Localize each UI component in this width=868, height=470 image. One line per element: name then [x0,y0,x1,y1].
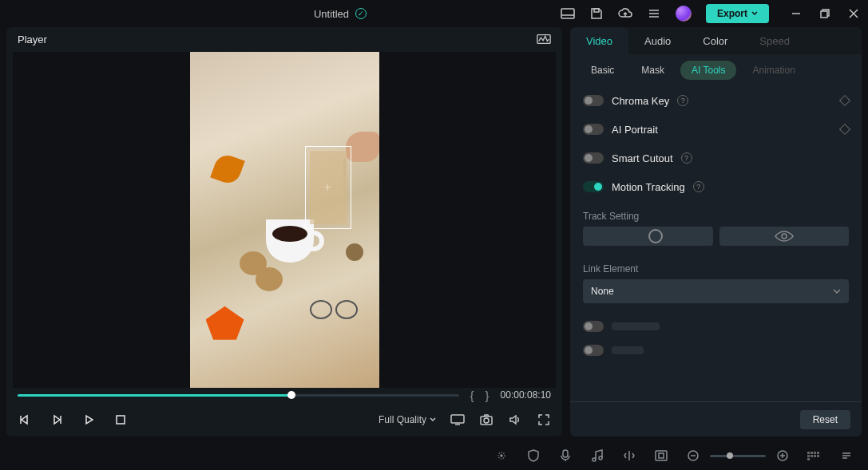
grid-view-icon[interactable] [807,452,822,460]
motion-tracker-box[interactable] [305,146,351,229]
subtab-mask[interactable]: Mask [630,61,676,80]
disabled-toggle [583,321,604,332]
svg-rect-14 [117,416,125,424]
track-size-slider[interactable] [583,227,713,246]
svg-point-23 [593,458,596,461]
video-canvas[interactable] [190,52,379,388]
marker-icon[interactable] [622,449,636,462]
zoom-in-icon[interactable] [775,449,790,462]
project-title: Untitled [314,8,349,20]
chroma-key-label: Chroma Key [612,95,669,107]
help-icon[interactable]: ? [693,181,704,192]
svg-point-24 [599,456,602,460]
saved-check-icon [355,8,367,19]
keyframe-icon[interactable] [839,95,850,106]
cloud-icon[interactable] [618,7,632,20]
timecode: 00:00:08:10 [501,389,551,401]
svg-rect-0 [561,9,574,18]
play-icon[interactable] [81,413,96,426]
keyframe-icon[interactable] [839,124,850,135]
timeline-toolbar [0,441,868,470]
link-element-label: Link Element [570,254,862,279]
svg-rect-15 [451,415,464,423]
tab-audio[interactable]: Audio [628,27,687,54]
inspector-panel: Video Audio Color Speed Basic Mask AI To… [570,27,862,436]
subtab-basic[interactable]: Basic [580,61,625,80]
reset-button[interactable]: Reset [800,410,850,429]
track-visibility-button[interactable] [719,227,850,246]
screen-icon[interactable] [450,413,465,426]
mic-icon[interactable] [558,449,573,462]
mark-in-icon[interactable]: { [470,389,474,402]
smart-cutout-toggle[interactable] [583,152,604,164]
player-stage[interactable] [13,52,556,388]
help-icon[interactable]: ? [681,152,692,164]
svg-point-21 [501,455,502,456]
list-collapse-icon[interactable] [839,449,854,462]
snapshot-icon[interactable] [479,413,493,426]
shield-icon[interactable] [526,449,541,462]
tab-speed: Speed [743,27,806,54]
zoom-slider[interactable] [710,455,766,457]
quality-select[interactable]: Full Quality [379,414,436,425]
zoom-out-icon[interactable] [686,449,700,462]
minimize-icon[interactable] [790,7,803,20]
volume-icon[interactable] [508,413,522,426]
scrub-thumb[interactable] [287,391,295,399]
menu-icon[interactable] [647,7,661,20]
help-icon[interactable]: ? [677,95,688,106]
chroma-key-toggle[interactable] [583,95,604,106]
next-frame-icon[interactable] [50,413,64,426]
enhance-icon[interactable] [494,449,509,462]
tab-color[interactable]: Color [687,27,743,54]
svg-point-18 [484,418,489,423]
titlebar: Untitled Export [0,0,868,27]
mark-out-icon[interactable]: } [486,389,489,402]
player-label: Player [18,34,47,45]
svg-rect-8 [821,11,827,18]
layout-icon[interactable] [561,7,575,20]
maximize-icon[interactable] [818,7,831,20]
avatar[interactable] [676,6,692,22]
crop-icon[interactable] [654,449,668,462]
music-icon[interactable] [590,449,604,462]
track-setting-label: Track Setting [570,201,862,227]
link-element-select[interactable]: None [583,279,849,303]
scrub-track[interactable] [18,394,459,397]
tab-video[interactable]: Video [570,27,628,54]
motion-tracking-toggle[interactable] [583,181,604,192]
svg-rect-26 [656,451,667,460]
svg-rect-22 [563,450,568,457]
prev-frame-icon[interactable] [18,413,32,426]
svg-rect-27 [659,453,664,458]
player-panel: Player { } 00:00:08:10 [6,27,562,436]
fullscreen-icon[interactable] [537,413,551,426]
subtab-ai-tools[interactable]: AI Tools [680,61,736,80]
svg-rect-2 [594,9,599,12]
ai-portrait-toggle[interactable] [583,124,604,135]
motion-tracking-label: Motion Tracking [612,181,685,193]
ai-portrait-label: AI Portrait [612,124,658,136]
subtab-animation: Animation [741,61,806,80]
disabled-toggle [583,345,604,356]
close-icon[interactable] [847,7,860,20]
smart-cutout-label: Smart Cutout [612,152,673,164]
waveform-icon[interactable] [537,33,551,45]
stop-icon[interactable] [113,413,128,426]
save-icon[interactable] [589,7,604,20]
export-button[interactable]: Export [706,4,769,23]
svg-point-19 [782,234,787,239]
